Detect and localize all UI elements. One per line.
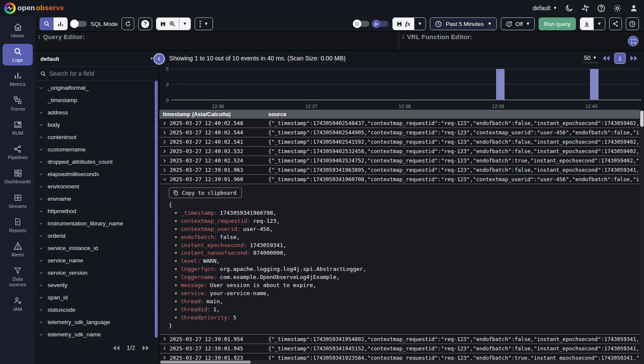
vertical-scrollbar[interactable] (640, 110, 644, 364)
save-function-button[interactable]: fx (393, 18, 414, 30)
sidebar-item-alerts[interactable]: Alerts (3, 239, 33, 260)
field-item-instrumentation_library_name[interactable]: instrumentation_library_name (35, 217, 159, 230)
table-row[interactable]: 2025-03-27 12:40:02.541{"_timestamp":174… (159, 137, 640, 147)
field-item-httpmethod[interactable]: httpmethod (35, 205, 159, 217)
field-item-service_name[interactable]: service_name (35, 254, 159, 267)
sidebar-item-metrics[interactable]: Metrics (3, 68, 33, 90)
chevron-down-icon[interactable] (39, 283, 44, 287)
field-item-_timestamp[interactable]: _timestamp (35, 94, 159, 106)
time-range-picker[interactable]: Past 5 Minutes ▼ (430, 17, 497, 30)
chevron-down-icon[interactable]: ▼ (175, 249, 181, 257)
run-query-button[interactable]: Run query (539, 17, 576, 30)
field-item-orderid[interactable]: orderid (35, 230, 159, 242)
field-item-dropped_attributes_count[interactable]: dropped_attributes_count (35, 156, 159, 168)
histogram-chart[interactable]: 03512:3612:3712:3812:3912:40 (162, 65, 643, 110)
search-view-button[interactable] (40, 17, 54, 30)
chevron-right-icon[interactable] (159, 140, 170, 144)
vrl-function-editor[interactable]: 1 VRL Function Editor: (399, 32, 644, 50)
chevron-down-icon[interactable]: ▼ (175, 257, 181, 265)
table-row[interactable]: 2025-03-27 12:39:01.945{"_timestamp":174… (159, 344, 640, 353)
field-item-telemetry_sdk_name[interactable]: telemetry_sdk_name (35, 328, 159, 338)
timestamp-column-header[interactable]: timestamp (Asia/Calcutta) (163, 111, 268, 117)
field-list-scrollbar[interactable] (155, 81, 158, 338)
source-column-header[interactable]: source (268, 111, 644, 117)
download-options-dropdown[interactable]: ▼ (594, 18, 605, 30)
sidebar-item-iam[interactable]: IAM (3, 293, 33, 315)
saved-function-dropdown[interactable]: ▼ (414, 18, 426, 30)
chevron-down-icon[interactable]: ▼ (175, 306, 181, 314)
auto-refresh-picker[interactable]: Off ▼ (501, 17, 535, 30)
gear-icon[interactable] (613, 4, 622, 13)
chevron-down-icon[interactable]: ▼ (175, 290, 181, 298)
user-profile-icon[interactable] (629, 4, 638, 13)
chevron-right-icon[interactable] (159, 337, 170, 341)
histogram-bar[interactable] (496, 69, 505, 100)
save-search-button[interactable] (156, 18, 179, 30)
query-editor[interactable]: 1 Query Editor: (35, 32, 399, 50)
chevron-right-icon[interactable] (159, 131, 170, 135)
field-search-input[interactable] (49, 70, 134, 77)
chevron-down-icon[interactable]: ▼ (175, 282, 181, 290)
sidebar-item-dashboards[interactable]: Dashboards (3, 165, 33, 187)
chevron-down-icon[interactable] (39, 307, 44, 312)
chevron-right-icon[interactable] (159, 159, 170, 163)
field-item-body[interactable]: body (35, 119, 159, 131)
table-row[interactable]: 2025-03-27 12:40:02.548{"_timestamp":174… (159, 119, 640, 128)
copy-to-clipboard-button[interactable]: Copy to clipboard (169, 188, 242, 198)
chevron-down-icon[interactable] (39, 332, 44, 337)
chevron-right-icon[interactable] (159, 121, 170, 125)
table-row[interactable]: 2025-03-27 12:40:02.544{"_timestamp":174… (159, 128, 640, 137)
chevron-down-icon[interactable] (39, 184, 44, 189)
horizontal-scrollbar-thumb[interactable] (160, 361, 251, 364)
field-item-service_version[interactable]: service_version (35, 267, 159, 279)
collapse-fields-button[interactable] (153, 53, 165, 65)
chevron-down-icon[interactable] (39, 147, 44, 152)
sidebar-item-home[interactable]: Home (3, 20, 33, 41)
field-item-service_instance_id[interactable]: service_instance_id (35, 242, 159, 254)
chevron-down-icon[interactable]: ▼ (175, 242, 181, 250)
chevron-down-icon[interactable] (39, 172, 44, 176)
first-page-icon[interactable] (602, 55, 610, 62)
download-button[interactable] (580, 18, 593, 30)
last-page-icon[interactable] (630, 55, 638, 62)
field-item-address[interactable]: address (35, 106, 159, 119)
chevron-down-icon[interactable] (39, 110, 44, 115)
horizontal-scrollbar[interactable] (159, 360, 640, 364)
chevron-down-icon[interactable] (39, 258, 44, 263)
table-row[interactable]: 2025-03-27 12:39:01.954{"_timestamp":174… (159, 335, 640, 344)
chevron-down-icon[interactable]: ▼ (175, 273, 181, 282)
field-item-envname[interactable]: envname (35, 193, 159, 205)
sidebar-item-streams[interactable]: Streams (3, 190, 33, 212)
chevron-right-icon[interactable] (159, 355, 170, 360)
table-row[interactable]: 2025-03-27 12:40:02.532{"_timestamp":174… (159, 147, 640, 156)
sidebar-item-traces[interactable]: Traces (3, 93, 33, 114)
chevron-down-icon[interactable] (39, 209, 44, 213)
query-help-button[interactable]: ? (138, 17, 152, 30)
chevron-down-icon[interactable] (39, 246, 44, 250)
expand-editor-button[interactable] (628, 36, 638, 46)
table-row[interactable]: 2025-03-27 12:39:01.960{"_timestamp":174… (159, 175, 640, 184)
reset-filters-button[interactable] (122, 17, 134, 30)
page-size-select[interactable]: 50 ▼ (583, 54, 598, 63)
chevron-down-icon[interactable] (39, 135, 44, 139)
field-item-environment[interactable]: environment (35, 180, 159, 193)
vertical-scrollbar-thumb[interactable] (640, 111, 644, 127)
help-icon[interactable] (597, 4, 606, 13)
field-item-statuscode[interactable]: statuscode (35, 304, 159, 316)
table-row[interactable]: 2025-03-27 12:40:02.524{"_timestamp":174… (159, 156, 640, 165)
chevron-down-icon[interactable] (39, 122, 44, 127)
chevron-down-icon[interactable] (39, 295, 44, 300)
current-page-button[interactable]: 1 (614, 53, 626, 64)
table-row[interactable]: 2025-03-27 12:39:01.963{"_timestamp":174… (159, 165, 640, 175)
dark-mode-moon-icon[interactable] (565, 4, 573, 13)
chevron-down-icon[interactable]: ▼ (175, 233, 181, 242)
chevron-right-icon[interactable] (159, 149, 170, 154)
more-options-menu[interactable]: ▼ (195, 17, 213, 30)
chevron-down-icon[interactable] (39, 270, 44, 275)
chevron-down-icon[interactable] (39, 196, 44, 201)
sidebar-item-pipelines[interactable]: Pipelines (3, 141, 33, 163)
field-item-span_id[interactable]: span_id (35, 291, 159, 304)
histogram-bar[interactable] (590, 69, 599, 100)
chevron-down-icon[interactable]: ▼ (175, 217, 181, 225)
org-selector[interactable]: default ▼ (533, 5, 557, 11)
